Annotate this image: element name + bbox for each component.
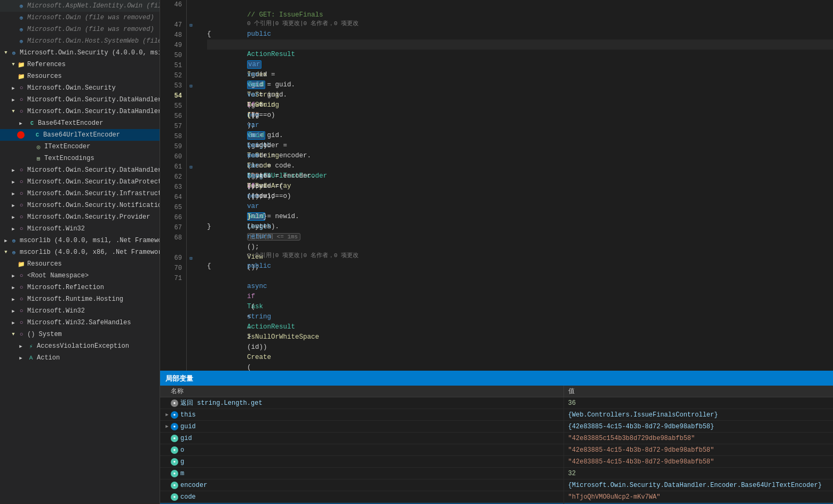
sidebar-item-base64text[interactable]: ▶ C Base64TextEncoder [0, 117, 160, 129]
sidebar-item-notifications[interactable]: ▶ ○ Microsoft.Owin.Security.Notification… [0, 199, 160, 211]
sidebar-item-references[interactable]: ▼ 📁 References [0, 59, 160, 70]
indent [247, 203, 279, 210]
assembly-icon: ⊕ [17, 37, 26, 45]
sidebar-item-ms-reflection[interactable]: ▶ ○ Microsoft.Reflection [0, 282, 160, 293]
sidebar-item-datahandler[interactable]: ▶ ○ Microsoft.Owin.Security.DataHandler [0, 94, 160, 106]
collapse-icon: ▼ [2, 249, 10, 256]
locals-row[interactable]: ● o "42e83885-4c15-4b3b-8d72-9dbe98abfb5… [160, 444, 833, 456]
expand-icon [10, 26, 17, 33]
resources-label: Resources [27, 260, 62, 268]
locals-row[interactable]: ● encoder {Microsoft.Owin.Security.DataH… [160, 479, 833, 491]
indent [247, 51, 263, 58]
collapse-icon: ▼ [2, 49, 10, 57]
locals-row[interactable]: ▶ ● guid {42e83885-4c15-4b3b-8d72-9dbe98… [160, 421, 833, 433]
sidebar-item-ms-win32-safehandles[interactable]: ▶ ○ Microsoft.Win32.SafeHandles [0, 317, 160, 329]
expand-arrow[interactable]: ▶ [163, 412, 171, 418]
sidebar-item-root-ns[interactable]: ▶ ○ <Root Namespace> [0, 270, 160, 282]
code-line-61: if (newid==o) [207, 161, 833, 171]
locals-name-cell: ● o [160, 444, 564, 455]
sidebar-item-base64url[interactable]: C Base64UrlTextEncoder [0, 129, 160, 141]
col-value-header: 值 [564, 386, 833, 397]
locals-row[interactable]: ● m 32 [160, 468, 833, 479]
local-var-value: "42e83885-4c15-4b3b-8d72-9dbe98abfb58" [564, 458, 833, 466]
code-line-55: var m = gid. Length ; [207, 100, 833, 110]
sidebar-item-encoder-ns[interactable]: ▼ ○ Microsoft.Owin.Security.DataHandler.… [0, 106, 160, 117]
class-icon: ⚡ [27, 342, 35, 350]
code-line-58: var len = code. Length ; [207, 131, 833, 141]
locals-row[interactable]: ● g "42e83885-4c15-4b3b-8d72-9dbe98abfb5… [160, 456, 833, 468]
class-label: Action [37, 354, 60, 362]
ns-icon: ○ [17, 225, 26, 233]
sidebar-item-provider[interactable]: ▶ ○ Microsoft.Owin.Security.Provider [0, 211, 160, 223]
local-var-name: guid [180, 423, 196, 430]
ns-label: Microsoft.Reflection [27, 284, 104, 291]
col-value-label: 值 [568, 387, 575, 396]
sidebar-item-owin-security-assembly[interactable]: ▼ ⊕ Microsoft.Owin.Security (4.0.0.0, ms… [0, 47, 160, 59]
locals-header: 局部变量 [160, 372, 833, 386]
locals-row[interactable]: ▶ ● this {Web.Controllers.IssueFinalsCon… [160, 409, 833, 421]
sidebar-item-owin2[interactable]: ⊕ Microsoft.Owin (file was removed) [0, 23, 160, 35]
indent [247, 223, 263, 230]
sidebar-item-mscorlib-resources[interactable]: 📁 Resources [0, 258, 160, 270]
gutter-69[interactable]: ⊟ [187, 253, 195, 263]
sidebar-item-win32[interactable]: ▶ ○ Microsoft.Win32 [0, 223, 160, 235]
locals-row[interactable]: ● gid "42e83885c154b3b8d729dbe98abfb58" [160, 433, 833, 444]
local-var-value: 36 [564, 399, 833, 407]
locals-name-cell: ▶ ● guid [160, 421, 564, 432]
sidebar-item-serializer[interactable]: ▶ ○ Microsoft.Owin.Security.DataHandler.… [0, 164, 160, 176]
paren: ( [247, 364, 251, 371]
locals-col-header: 名称 值 [160, 386, 833, 397]
code: . [247, 323, 251, 331]
sidebar-item-resources[interactable]: 📁 Resources [0, 70, 160, 82]
sidebar-item-mscorlib1[interactable]: ▶ ⊕ mscorlib (4.0.0.0, msil, .Net Framew… [0, 235, 160, 246]
sidebar-item-owin-host[interactable]: ⊕ Microsoft.Owin.Host.SystemWeb (file wa… [0, 35, 160, 47]
indent: { [247, 182, 283, 190]
locals-row[interactable]: ● 返回 string.Length.get 36 [160, 397, 833, 409]
line-num-60: 60 [160, 152, 182, 162]
line-num-48: 48 [160, 30, 182, 41]
indent [247, 71, 263, 78]
sidebar-item-textencodings[interactable]: ⊞ TextEncodings [0, 153, 160, 164]
enum-label: TextEncodings [44, 155, 94, 162]
sidebar-item-access-violation[interactable]: ▶ ⚡ AccessViolationException [0, 340, 160, 352]
assembly-label: mscorlib (4.0.0.0, msil, .Net Framework … [20, 237, 160, 244]
line-num-62: 62 [160, 172, 182, 182]
ref-icon: 📁 [17, 60, 26, 69]
ns-icon: ○ [17, 95, 26, 104]
expand-icon: ▶ [17, 342, 25, 350]
locals-table[interactable]: ● 返回 string.Length.get 36 ▶ ● this {Web.… [160, 397, 833, 504]
gutter-52 [187, 71, 195, 81]
sidebar-item-dataprotection[interactable]: ▶ ○ Microsoft.Owin.Security.DataProtecti… [0, 176, 160, 188]
gutter-56 [187, 111, 195, 122]
debug-icon: ● [171, 411, 178, 419]
code-content[interactable]: // GET: IssueFinals 0 个引用|0 项更改|0 名作者，0 … [203, 0, 833, 371]
sidebar-item-ms-owin-security[interactable]: ▶ ○ Microsoft.Owin.Security [0, 82, 160, 94]
sidebar-item-mscorlib2[interactable]: ▼ ⊕ mscorlib (4.0.0.0, x86, .Net Framewo… [0, 246, 160, 258]
gutter-53[interactable]: ⊟ [187, 81, 195, 91]
expand-arrow[interactable]: ▶ [163, 423, 171, 429]
sidebar-item-system[interactable]: ▼ ○ () System [0, 329, 160, 340]
gutter-ref [187, 10, 195, 20]
expand-icon: ▶ [10, 225, 17, 233]
sidebar-item-action[interactable]: ▶ A Action [0, 352, 160, 364]
sidebar-item-owin1[interactable]: ⊕ Microsoft.Owin (file was removed) [0, 12, 160, 23]
expand-icon: ▶ [10, 307, 17, 315]
ns-label: Microsoft.Owin.Security [27, 84, 116, 92]
debug-icon: ● [171, 482, 178, 489]
gutter-61[interactable]: ⊟ [187, 162, 195, 172]
gutter-47[interactable]: ⊟ [187, 20, 195, 30]
sidebar-item-infrastructure[interactable]: ▶ ○ Microsoft.Owin.Security.Infrastructu… [0, 188, 160, 199]
line-numbers: 46 · 47 48 49 50 51 52 53 54 55 56 57 58… [160, 0, 187, 371]
ref-icon: 📁 [17, 72, 26, 81]
ns-icon: ○ [17, 84, 26, 92]
assembly-icon: ⊕ [17, 13, 26, 22]
indent: } [247, 213, 267, 220]
gutter-50 [187, 51, 195, 61]
sidebar-item-itextencoder[interactable]: ◎ ITextEncoder [0, 141, 160, 153]
sidebar-item-ms-runtime-hosting[interactable]: ▶ ○ Microsoft.Runtime.Hosting [0, 293, 160, 305]
expand-icon [25, 155, 32, 162]
locals-row[interactable]: ● code "hTjoQhVMO0uNcp2-mKv7WA" [160, 491, 833, 503]
sidebar-item-ms-win32[interactable]: ▶ ○ Microsoft.Win32 [0, 305, 160, 317]
sidebar-item-aspnet-identity[interactable]: ⊕ Microsoft.AspNet.Identity.Owin (file w… [0, 0, 160, 12]
ref-info-text: 0 个引用|0 项更改|0 名作者，0 项更改 [247, 20, 359, 27]
